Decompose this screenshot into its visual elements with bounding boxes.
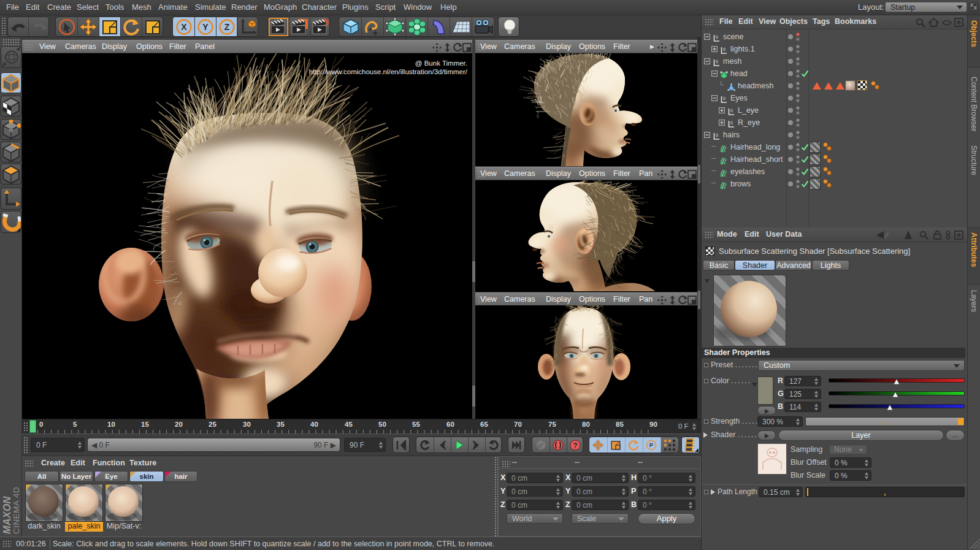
svg-text:90: 90 [649, 421, 657, 428]
svg-text:?: ? [573, 441, 577, 450]
svg-text:5: 5 [73, 421, 77, 428]
svg-text:10: 10 [107, 421, 115, 428]
svg-text:65: 65 [480, 421, 488, 428]
svg-text:35: 35 [277, 421, 285, 428]
svg-text:0: 0 [39, 421, 43, 428]
svg-text:70: 70 [514, 421, 522, 428]
svg-text:75: 75 [548, 421, 556, 428]
svg-text:60: 60 [446, 421, 454, 428]
svg-text:80: 80 [582, 421, 590, 428]
svg-text:85: 85 [616, 421, 624, 428]
svg-text:50: 50 [378, 421, 386, 428]
svg-text:55: 55 [412, 421, 420, 428]
svg-text:X: X [181, 22, 187, 32]
svg-text:25: 25 [209, 421, 216, 428]
svg-text:P: P [649, 442, 653, 448]
svg-text:15: 15 [141, 421, 149, 428]
svg-text:40: 40 [310, 421, 318, 428]
svg-text:20: 20 [175, 421, 183, 428]
svg-text:Y: Y [202, 22, 209, 32]
svg-text:30: 30 [243, 421, 251, 428]
svg-text:Z: Z [224, 22, 230, 32]
svg-text:45: 45 [345, 421, 353, 428]
